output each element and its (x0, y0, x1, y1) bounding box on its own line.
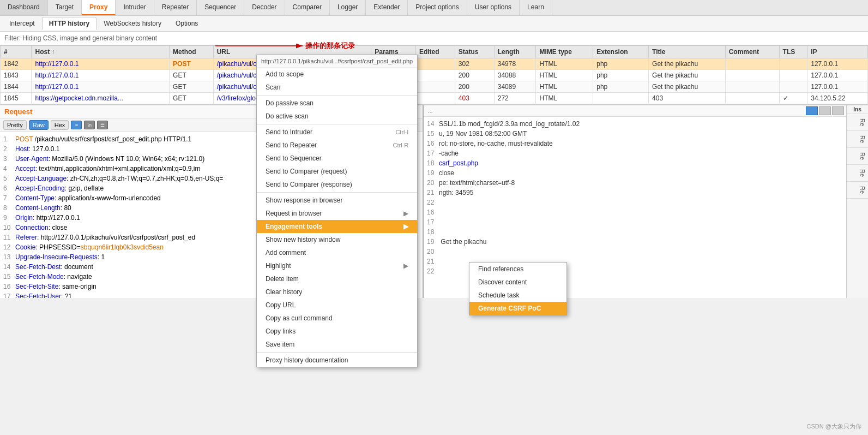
col-header-title[interactable]: Title (649, 46, 726, 58)
response-line: 21ngth: 34595 (427, 188, 843, 198)
sub-ctx-schedule-task[interactable]: Schedule task (469, 289, 566, 298)
response-line: 14SSL/1.1b mod_fcgid/2.3.9a mod_log_rota… (427, 119, 843, 129)
ins-item-3[interactable]: Re (847, 148, 868, 165)
nav-sequencer[interactable]: Sequencer (197, 0, 244, 15)
ctx-add-to-scope[interactable]: Add to scope (257, 68, 417, 81)
hex-btn[interactable]: Hex (51, 120, 69, 130)
view-toggle-bottom[interactable] (832, 106, 844, 115)
ctx-engagement-tools[interactable]: Engagement tools ▶ (257, 220, 417, 233)
cell-method: GET (170, 93, 214, 104)
cell-comment (725, 81, 779, 93)
ins-item-1[interactable]: Re (847, 114, 868, 131)
ctx-highlight[interactable]: Highlight ▶ (257, 259, 417, 272)
subnav-options[interactable]: Options (168, 17, 205, 30)
ins-item-4[interactable]: Re (847, 165, 868, 182)
cell-status: 403 (455, 93, 494, 104)
raw-btn[interactable]: Raw (29, 120, 49, 130)
lines-btn[interactable]: ☰ (97, 121, 108, 129)
pretty-btn[interactable]: Pretty (3, 120, 27, 130)
nav-extender[interactable]: Extender (366, 0, 408, 15)
annotation-arrow (213, 38, 311, 54)
cell-title: Get the pikachu (649, 58, 726, 70)
ctx-send-comparer-req[interactable]: Send to Comparer (request) (257, 165, 417, 178)
ctx-send-comparer-resp[interactable]: Send to Comparer (response) (257, 178, 417, 191)
top-navigation: Dashboard Target Proxy Intruder Repeater… (0, 0, 868, 16)
table-row[interactable]: 1843 http://127.0.0.1 GET /pikachu/vul/c… (1, 70, 868, 81)
ctx-add-comment[interactable]: Add comment (257, 246, 417, 259)
response-line: 19close (427, 168, 843, 178)
nav-decoder[interactable]: Decoder (244, 0, 285, 15)
cell-length: 34978 (494, 58, 536, 70)
cell-mime: HTML (536, 81, 593, 93)
view-toggle-split[interactable] (806, 106, 818, 115)
col-header-tls[interactable]: TLS (779, 46, 807, 58)
col-header-host[interactable]: Host ↑ (32, 46, 170, 58)
col-header-status[interactable]: Status (455, 46, 494, 58)
ctx-active-scan[interactable]: Do active scan (257, 110, 417, 123)
col-header-ip[interactable]: IP (807, 46, 868, 58)
nav-user-options[interactable]: User options (467, 0, 520, 15)
subnav-http-history[interactable]: HTTP history (42, 17, 97, 30)
cell-ip: 127.0.0.1 (807, 70, 868, 81)
response-line: 17 (427, 217, 843, 227)
view-toggle-top[interactable] (819, 106, 831, 115)
response-line: 15u, 19 Nov 1981 08:52:00 GMT (427, 129, 843, 139)
ins-item-5[interactable]: Re (847, 182, 868, 199)
ctx-send-intruder[interactable]: Send to Intruder Ctrl-I (257, 126, 417, 139)
cell-status: 200 (455, 70, 494, 81)
sub-ctx-discover-content[interactable]: Discover content (469, 276, 566, 289)
nav-repeater[interactable]: Repeater (154, 0, 197, 15)
ctx-passive-scan[interactable]: Do passive scan (257, 97, 417, 110)
cell-mime: HTML (536, 58, 593, 70)
ctx-send-sequencer[interactable]: Send to Sequencer (257, 152, 417, 165)
prettify-btn[interactable]: \n (84, 121, 95, 129)
col-header-length[interactable]: Length (494, 46, 536, 58)
nav-intruder[interactable]: Intruder (116, 0, 154, 15)
cell-title: Get the pikachu (649, 81, 726, 93)
subnav-intercept[interactable]: Intercept (2, 17, 42, 30)
ctx-request-in-browser[interactable]: Request in browser ▶ (257, 207, 417, 220)
cell-title: 403 (649, 93, 726, 104)
nav-target[interactable]: Target (48, 0, 82, 15)
subnav-websockets-history[interactable]: WebSockets history (97, 17, 168, 30)
context-menu: http://127.0.0.1/pikachu/vul...f/csrfpos… (256, 55, 418, 298)
wrap-btn[interactable]: ≡ (71, 121, 82, 129)
cell-title: Get the pikachu (649, 70, 726, 81)
ctx-clear-history[interactable]: Clear history (257, 285, 417, 298)
cell-ext (593, 93, 649, 104)
table-row[interactable]: 1845 https://getpocket.cdn.mozilla... GE… (1, 93, 868, 104)
ctx-send-repeater[interactable]: Send to Repeater Ctrl-R (257, 139, 417, 152)
nav-logger[interactable]: Logger (330, 0, 366, 15)
col-header-ext[interactable]: Extension (593, 46, 649, 58)
response-line: 18 </span> (427, 227, 843, 237)
ctx-show-response-browser[interactable]: Show response in browser (257, 194, 417, 207)
ctx-sep-2 (257, 124, 417, 124)
nav-project-options[interactable]: Project options (408, 0, 467, 15)
nav-learn[interactable]: Learn (520, 0, 552, 15)
sub-ctx-find-refs[interactable]: Find references (469, 263, 566, 276)
nav-proxy[interactable]: Proxy (82, 0, 116, 15)
cell-length: 272 (494, 93, 536, 104)
http-history-table: # Host ↑ Method URL Params Edited Status… (0, 45, 868, 104)
nav-comparer[interactable]: Comparer (285, 0, 330, 15)
cell-edited (415, 58, 455, 70)
ctx-scan[interactable]: Scan (257, 81, 417, 94)
ctx-new-history-window[interactable]: Show new history window (257, 233, 417, 246)
nav-dashboard[interactable]: Dashboard (0, 0, 48, 15)
cell-comment (725, 70, 779, 81)
ins-item-2[interactable]: Re (847, 131, 868, 148)
cell-tls (779, 70, 807, 81)
col-header-method[interactable]: Method (170, 46, 214, 58)
cell-status: 200 (455, 81, 494, 93)
ctx-delete-item[interactable]: Delete item (257, 272, 417, 285)
col-header-id[interactable]: # (1, 46, 32, 58)
col-header-mime[interactable]: MIME type (536, 46, 593, 58)
response-line: 18csrf_post.php (427, 158, 843, 168)
response-line: 20 (427, 247, 843, 257)
col-header-comment[interactable]: Comment (725, 46, 779, 58)
cell-host: http://127.0.0.1 (32, 81, 170, 93)
col-header-edited[interactable]: Edited (415, 46, 455, 58)
table-row[interactable]: 1842 http://127.0.0.1 POST /pikachu/vul/… (1, 58, 868, 70)
table-row[interactable]: 1844 http://127.0.0.1 GET /pikachu/vul/c… (1, 81, 868, 93)
cell-id: 1845 (1, 93, 32, 104)
